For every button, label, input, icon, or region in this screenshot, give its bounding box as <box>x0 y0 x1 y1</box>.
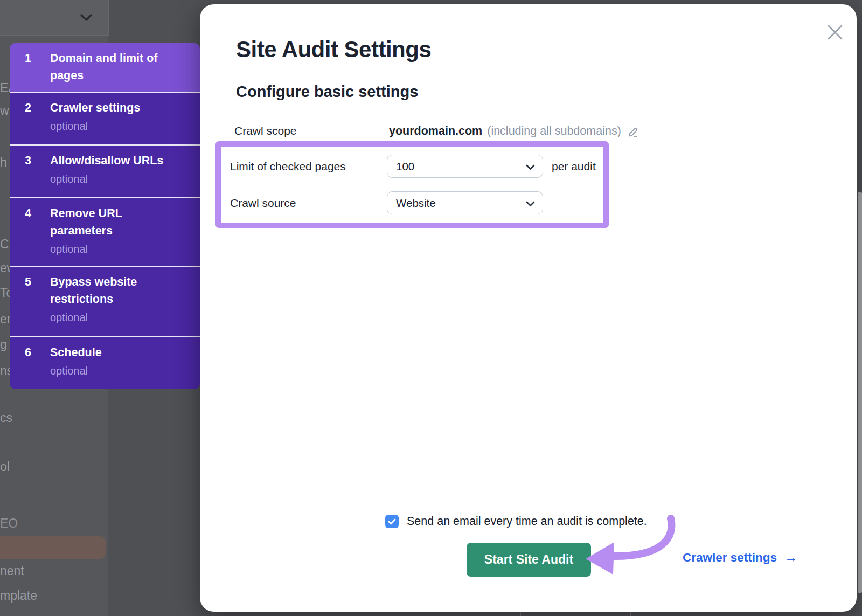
crawl-source-row: Crawl source Website <box>221 191 603 214</box>
step-optional-note: optional <box>50 311 186 324</box>
underlay-fragment: nent <box>0 564 24 578</box>
close-icon[interactable] <box>827 24 843 40</box>
email-checkbox-label: Send an email every time an audit is com… <box>407 515 647 528</box>
stepper-item-domain-and-limit[interactable]: 1 Domain and limit of pages <box>10 43 200 92</box>
start-site-audit-button[interactable]: Start Site Audit <box>467 543 591 577</box>
stepper-item-schedule[interactable]: 6 Schedule optional <box>10 336 200 389</box>
crawl-source-dropdown[interactable]: Website <box>387 191 543 214</box>
limit-dropdown-value: 100 <box>396 160 414 173</box>
underlay-fragment: EO <box>0 516 18 531</box>
section-heading: Configure basic settings <box>236 83 418 101</box>
checkmark-icon <box>388 518 396 525</box>
underlay-fragment: ol <box>0 460 10 474</box>
crawler-settings-link-label: Crawler settings <box>683 551 777 565</box>
step-optional-note: optional <box>50 172 163 185</box>
step-title: Remove URL parameters <box>50 205 186 239</box>
right-arrow-icon: → <box>784 550 798 565</box>
crawl-scope-label: Crawl scope <box>234 124 389 137</box>
crawl-source-dropdown-value: Website <box>396 197 436 210</box>
settings-stepper: 1 Domain and limit of pages 2 Crawler se… <box>10 43 200 389</box>
crawl-scope-row: Crawl scope yourdomain.com (including al… <box>234 124 639 138</box>
step-number: 1 <box>25 50 50 92</box>
crawl-source-label: Crawl source <box>230 197 387 210</box>
underlay-fragment: g <box>0 337 7 352</box>
step-title: Allow/disallow URLs <box>50 152 163 169</box>
step-number: 5 <box>25 273 50 336</box>
highlight-box: Limit of checked pages 100 per audit Cra… <box>215 141 609 228</box>
crawler-settings-link[interactable]: Crawler settings → <box>683 550 798 565</box>
step-optional-note: optional <box>50 243 186 255</box>
step-optional-note: optional <box>50 364 102 377</box>
step-number: 4 <box>25 205 50 266</box>
underlay-fragment: cs <box>0 411 12 425</box>
crawl-scope-domain: yourdomain.com <box>389 124 482 138</box>
step-title: Crawler settings <box>50 99 140 116</box>
step-number: 6 <box>25 344 50 389</box>
chevron-down-icon <box>526 164 535 170</box>
underlay-domain-selector <box>0 0 109 36</box>
step-title: Schedule <box>50 344 102 361</box>
chevron-down-icon <box>80 13 93 22</box>
stepper-item-crawler-settings[interactable]: 2 Crawler settings optional <box>10 92 200 144</box>
underlay-divider <box>0 615 862 615</box>
underlay-scrollbar <box>858 192 862 593</box>
email-checkbox[interactable] <box>385 515 399 528</box>
modal-title: Site Audit Settings <box>236 37 431 63</box>
limit-label: Limit of checked pages <box>230 160 387 173</box>
underlay-fragment: C <box>0 237 9 252</box>
underlay-fragment: h <box>0 155 7 170</box>
stepper-item-remove-url-parameters[interactable]: 4 Remove URL parameters optional <box>10 197 200 266</box>
site-audit-settings-modal: Site Audit Settings Configure basic sett… <box>200 4 857 612</box>
limit-dropdown[interactable]: 100 <box>387 155 543 178</box>
underlay-highlighted-item <box>0 536 106 559</box>
email-notification-row: Send an email every time an audit is com… <box>385 515 647 528</box>
step-number: 3 <box>25 152 50 197</box>
stepper-item-allow-disallow-urls[interactable]: 3 Allow/disallow URLs optional <box>10 144 200 197</box>
step-title: Bypass website restrictions <box>50 273 186 308</box>
step-title: Domain and limit of pages <box>50 50 186 84</box>
limit-of-checked-pages-row: Limit of checked pages 100 per audit <box>221 155 603 178</box>
stepper-item-bypass-website-restrictions[interactable]: 5 Bypass website restrictions optional <box>10 266 200 336</box>
edit-pencil-icon[interactable] <box>628 126 639 138</box>
step-optional-note: optional <box>50 120 140 133</box>
crawl-scope-note: (including all subdomains) <box>487 124 621 138</box>
underlay-fragment: w <box>0 103 9 118</box>
step-number: 2 <box>25 99 50 144</box>
chevron-down-icon <box>526 201 535 207</box>
per-audit-label: per audit <box>552 160 596 173</box>
underlay-fragment: mplate <box>0 589 37 603</box>
